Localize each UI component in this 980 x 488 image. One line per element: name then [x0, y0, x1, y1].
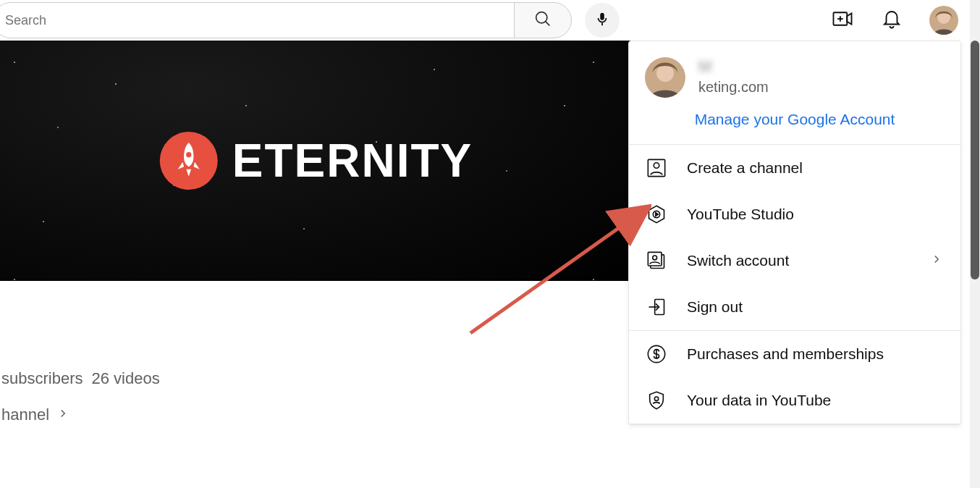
shield-person-icon [646, 390, 667, 411]
menu-item-label: Create a channel [687, 159, 803, 177]
account-user-name: M [698, 57, 769, 76]
subscribers-text: subscribers [1, 369, 83, 388]
dollar-circle-icon [646, 344, 667, 364]
account-menu: M keting.com Manage your Google Account … [628, 41, 961, 425]
menu-item-sign-out[interactable]: Sign out [629, 284, 960, 330]
svg-point-12 [654, 163, 659, 168]
more-about-text: hannel [1, 405, 49, 424]
search-input[interactable] [0, 2, 514, 38]
account-avatar [645, 57, 685, 98]
chevron-right-icon [930, 252, 943, 269]
chevron-right-icon [56, 405, 69, 424]
rocket-icon [160, 132, 218, 190]
notifications-button[interactable] [880, 9, 903, 32]
search-icon [533, 9, 553, 32]
menu-item-create-channel[interactable]: Create a channel [629, 145, 960, 191]
channel-banner-logo: ETERNITY [160, 132, 473, 190]
svg-point-10 [656, 64, 674, 82]
brand-text: ETERNITY [232, 134, 473, 188]
topbar-right [831, 0, 958, 41]
create-video-icon [832, 8, 853, 33]
menu-item-label: Switch account [687, 252, 789, 269]
svg-rect-2 [601, 23, 603, 26]
person-square-icon [646, 158, 667, 178]
account-menu-header: M keting.com [629, 41, 960, 104]
sign-out-icon [646, 297, 667, 317]
channel-banner: ETERNITY [0, 41, 633, 281]
svg-marker-15 [656, 213, 659, 216]
account-user-email: keting.com [698, 79, 769, 96]
menu-item-purchases[interactable]: Purchases and memberships [629, 331, 960, 377]
scrollbar-thumb[interactable] [971, 41, 979, 279]
more-about-channel[interactable]: hannel [0, 405, 69, 424]
search-button[interactable] [514, 2, 572, 38]
switch-account-icon [646, 251, 667, 271]
menu-item-label: Sign out [687, 298, 743, 316]
svg-line-1 [546, 22, 550, 26]
menu-item-label: Your data in YouTube [687, 392, 831, 409]
menu-item-switch-account[interactable]: Switch account [629, 237, 960, 284]
topbar [0, 0, 980, 41]
voice-search-button[interactable] [585, 3, 620, 38]
svg-point-22 [654, 397, 658, 400]
videos-count: 26 videos [91, 369, 159, 388]
microphone-icon [594, 11, 610, 30]
svg-point-8 [186, 152, 191, 157]
channel-stats: subscribers 26 videos [0, 369, 160, 388]
menu-item-youtube-studio[interactable]: YouTube Studio [629, 191, 960, 237]
studio-icon [646, 204, 667, 224]
account-avatar-button[interactable] [929, 6, 958, 35]
menu-item-label: Purchases and memberships [687, 345, 884, 363]
bell-icon [881, 8, 903, 33]
svg-point-0 [536, 12, 547, 23]
search-wrap [0, 2, 620, 38]
menu-item-your-data[interactable]: Your data in YouTube [629, 377, 960, 424]
create-button[interactable] [831, 9, 854, 32]
manage-google-account-link[interactable]: Manage your Google Account [629, 104, 960, 144]
menu-item-label: YouTube Studio [687, 206, 794, 223]
